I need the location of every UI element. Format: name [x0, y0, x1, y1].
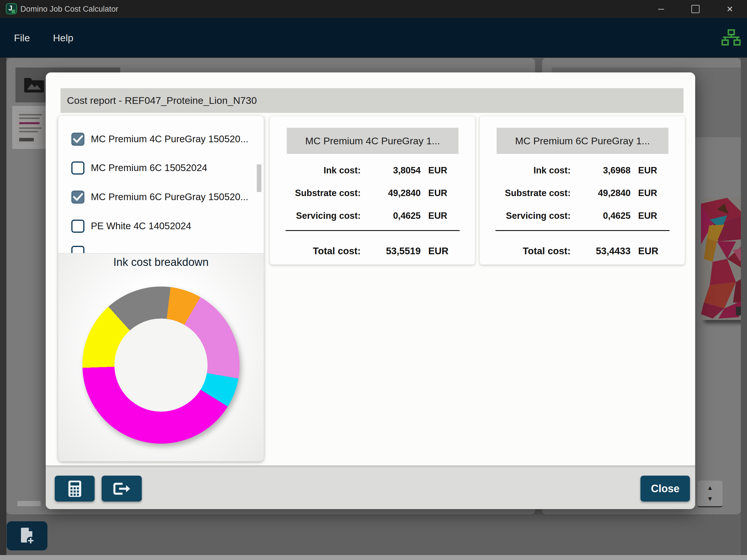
cost-row-value: 49,2840: [368, 188, 421, 198]
window-controls: ─ ✕: [644, 0, 747, 18]
cost-row: Ink cost: 3,8054 EUR: [273, 159, 472, 182]
dialog-footer: Close: [46, 465, 695, 509]
title-bar: J ▦ Domino Job Cost Calculator ─ ✕: [0, 0, 747, 18]
cost-row-unit: EUR: [630, 188, 670, 198]
cost-row: Substrate cost: 49,2840 EUR: [273, 182, 472, 205]
profile-row[interactable]: MC Premium 6C 15052024: [58, 157, 264, 179]
profile-checkbox-4[interactable]: [71, 246, 84, 254]
cost-row-label: Ink cost:: [483, 165, 571, 176]
profiles-and-chart-card: MC Premium 4C PureGray 150520... MC Prem…: [58, 116, 264, 461]
cost-card-2: MC Premium 6C PureGray 1... Ink cost: 3,…: [480, 116, 685, 265]
cost-row-value: 0,4625: [368, 211, 421, 221]
window-title: Domino Job Cost Calculator: [20, 0, 118, 18]
horizontal-scrollbar-thumb: [18, 501, 41, 506]
list-scrollbar-thumb[interactable]: [257, 164, 261, 192]
menu-item-file[interactable]: File: [14, 18, 30, 58]
new-job-button: [7, 521, 48, 551]
profile-label: MC Premium 6C 15052024: [91, 162, 207, 174]
profile-list: MC Premium 4C PureGray 150520... MC Prem…: [58, 116, 264, 253]
cost-row-value: 49,2840: [578, 188, 630, 198]
menu-bar: File Help: [0, 18, 747, 58]
cost-row-value: 3,6968: [578, 165, 630, 176]
cost-row-label: Substrate cost:: [483, 188, 571, 198]
profile-row[interactable]: PE White 4C 14052024: [58, 215, 264, 237]
new-document-icon: [18, 527, 36, 545]
app-icon-calculator-glyph: ▦: [11, 9, 16, 13]
total-row: Total cost: 53,4433 EUR: [483, 239, 682, 263]
profile-row-clipped[interactable]: [58, 241, 264, 253]
total-value: 53,5519: [368, 245, 421, 257]
app-bottom-bar: [6, 514, 741, 560]
cost-row: Substrate cost: 49,2840 EUR: [483, 182, 682, 205]
profile-label: PE White 4C 14052024: [91, 220, 191, 232]
cost-row-unit: EUR: [421, 188, 460, 198]
dialog-title: Cost report - REF047_Proteine_Lion_N730: [60, 88, 684, 113]
maximize-button[interactable]: [678, 0, 713, 18]
profile-checkbox-1[interactable]: [71, 161, 84, 175]
total-unit: EUR: [630, 245, 670, 257]
check-icon: [73, 135, 83, 143]
cost-card-1-title: MC Premium 4C PureGray 1...: [287, 128, 459, 154]
maximize-icon: [691, 5, 699, 13]
profile-label: MC Premium 6C PureGray 150520...: [91, 191, 248, 203]
cost-row-value: 3,8054: [368, 165, 421, 176]
window-left-edge: [0, 58, 6, 560]
total-value: 53,4433: [578, 245, 630, 257]
donut-hole: [114, 319, 208, 411]
cost-row-unit: EUR: [421, 211, 460, 221]
recalculate-button[interactable]: [55, 476, 95, 502]
cost-row: Servicing cost: 0,4625 EUR: [483, 205, 682, 227]
chart-title: Ink cost breakdown: [58, 256, 264, 268]
profile-label: MC Premium 4C PureGray 150520...: [91, 134, 248, 144]
cost-row-unit: EUR: [421, 165, 460, 176]
cost-row-label: Ink cost:: [273, 165, 361, 176]
minimize-icon: ─: [658, 4, 664, 14]
ink-cost-chart: Ink cost breakdown: [58, 254, 264, 461]
profile-checkbox-2[interactable]: [71, 190, 84, 204]
profile-row[interactable]: MC Premium 4C PureGray 150520...: [58, 128, 264, 151]
check-icon: [73, 193, 83, 201]
close-window-icon: ✕: [726, 4, 733, 14]
dialog-header: Cost report - REF047_Proteine_Lion_N730: [60, 88, 684, 113]
cost-card-1: MC Premium 4C PureGray 1... Ink cost: 3,…: [269, 116, 475, 265]
menu-item-help[interactable]: Help: [53, 18, 73, 58]
total-row: Total cost: 53,5519 EUR: [273, 239, 472, 263]
cost-row: Servicing cost: 0,4625 EUR: [273, 205, 472, 227]
cost-row-value: 0,4625: [578, 211, 630, 221]
total-label: Total cost:: [273, 245, 361, 257]
close-window-button[interactable]: ✕: [713, 0, 747, 18]
copies-stepper: ▲ ▼: [697, 481, 723, 507]
close-dialog-button[interactable]: Close: [640, 476, 690, 502]
cost-card-2-title: MC Premium 6C PureGray 1...: [497, 128, 668, 154]
cost-row-unit: EUR: [630, 165, 670, 176]
total-divider: [286, 230, 460, 231]
app-icon: J ▦: [6, 3, 17, 14]
export-report-button[interactable]: [102, 476, 142, 502]
stepper-up-icon: ▲: [707, 484, 713, 491]
calculator-icon: [68, 480, 81, 497]
window-bottom-strip: [0, 555, 747, 560]
export-icon: [113, 481, 131, 496]
total-unit: EUR: [421, 245, 460, 257]
artwork-preview-lion: [701, 198, 741, 320]
cost-row-label: Servicing cost:: [483, 211, 571, 221]
total-label: Total cost:: [483, 245, 571, 257]
profile-checkbox-0[interactable]: [71, 133, 84, 146]
cost-report-dialog: Cost report - REF047_Proteine_Lion_N730 …: [46, 73, 695, 509]
network-status-icon[interactable]: [721, 29, 741, 47]
total-divider: [495, 230, 670, 231]
profile-checkbox-3[interactable]: [71, 220, 84, 233]
minimize-button[interactable]: ─: [644, 0, 678, 18]
stepper-down-icon: ▼: [707, 495, 713, 503]
cost-row-label: Servicing cost:: [273, 211, 361, 221]
window-right-edge: [741, 58, 747, 560]
cost-row-label: Substrate cost:: [273, 188, 361, 198]
cost-row-unit: EUR: [630, 211, 670, 221]
profile-row[interactable]: MC Premium 6C PureGray 150520...: [58, 186, 264, 208]
cost-row: Ink cost: 3,6968 EUR: [483, 159, 682, 182]
